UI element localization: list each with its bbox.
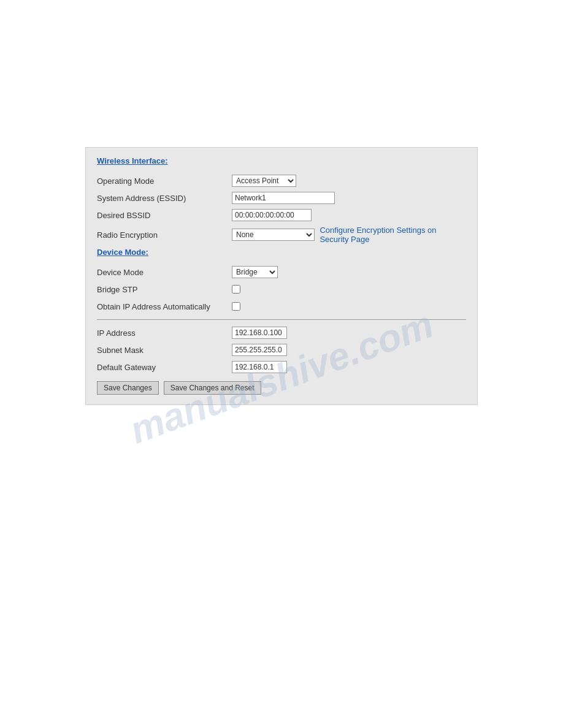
device-mode-select[interactable]: Bridge Router — [232, 266, 278, 278]
wireless-interface-header[interactable]: Wireless Interface: — [97, 156, 168, 165]
operating-mode-label: Operating Mode — [97, 176, 232, 186]
radio-encryption-select[interactable]: None WEP WPA WPA2 — [232, 229, 315, 241]
save-changes-button[interactable]: Save Changes — [97, 381, 159, 395]
device-mode-label: Device Mode — [97, 268, 232, 277]
obtain-ip-label: Obtain IP Address Automatically — [97, 302, 232, 311]
system-address-input[interactable] — [232, 192, 335, 204]
main-panel: Wireless Interface: Operating Mode Acces… — [85, 147, 478, 405]
subnet-mask-input[interactable] — [232, 344, 287, 356]
button-row: Save Changes Save Changes and Reset — [97, 381, 466, 395]
device-mode-header[interactable]: Device Mode: — [97, 248, 148, 257]
save-changes-reset-button[interactable]: Save Changes and Reset — [164, 381, 261, 395]
section-divider — [97, 319, 466, 320]
default-gateway-input[interactable] — [232, 361, 287, 373]
encryption-settings-link[interactable]: Configure Encryption Settings on Securit… — [320, 226, 466, 244]
system-address-label: System Address (ESSID) — [97, 194, 232, 203]
operating-mode-select[interactable]: Access Point Client WDS — [232, 175, 296, 187]
subnet-mask-label: Subnet Mask — [97, 346, 232, 355]
obtain-ip-checkbox[interactable] — [232, 302, 240, 311]
ip-address-label: IP Address — [97, 328, 232, 338]
desired-bssid-input[interactable] — [232, 209, 312, 221]
desired-bssid-label: Desired BSSID — [97, 211, 232, 220]
radio-encryption-label: Radio Encryption — [97, 230, 232, 240]
default-gateway-label: Default Gateway — [97, 363, 232, 372]
bridge-stp-checkbox[interactable] — [232, 285, 240, 294]
bridge-stp-label: Bridge STP — [97, 285, 232, 294]
ip-address-input[interactable] — [232, 327, 287, 339]
